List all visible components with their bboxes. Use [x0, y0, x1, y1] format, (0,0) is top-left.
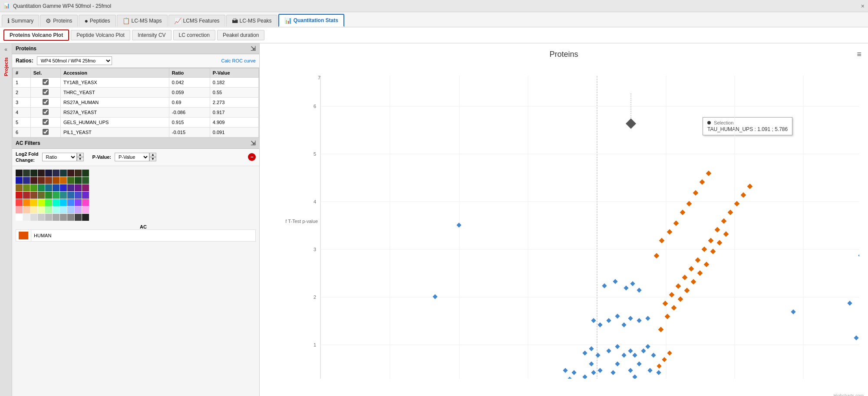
- color-swatch[interactable]: [45, 199, 52, 206]
- row-checkbox-cell[interactable]: [30, 78, 60, 88]
- color-swatch[interactable]: [67, 214, 74, 221]
- color-swatch[interactable]: [53, 214, 59, 221]
- row-checkbox-cell[interactable]: [30, 128, 60, 137]
- subtab-lc-correction[interactable]: LC correction: [173, 30, 215, 40]
- ratios-select[interactable]: WP4 50fmol / WP4 25fmo: [37, 56, 112, 65]
- tab-lcms-peaks[interactable]: 🏔 LC-MS Peaks: [226, 15, 277, 26]
- color-swatch[interactable]: [38, 206, 45, 213]
- color-swatch[interactable]: [45, 214, 52, 221]
- color-swatch[interactable]: [82, 192, 89, 199]
- row-checkbox-cell[interactable]: [30, 118, 60, 128]
- color-swatch[interactable]: [53, 206, 59, 213]
- proteins-collapse-btn[interactable]: ⇲: [251, 45, 256, 52]
- color-swatch[interactable]: [82, 170, 89, 177]
- color-swatch[interactable]: [67, 177, 74, 184]
- color-swatch[interactable]: [75, 206, 82, 213]
- tab-peptides[interactable]: ● Peptides: [79, 15, 116, 26]
- color-swatch[interactable]: [16, 206, 23, 213]
- row-checkbox[interactable]: [43, 99, 49, 105]
- color-swatch[interactable]: [75, 199, 82, 206]
- color-swatch[interactable]: [67, 192, 74, 199]
- color-swatch[interactable]: [38, 192, 45, 199]
- color-swatch[interactable]: [45, 192, 52, 199]
- tab-summary[interactable]: ℹ Summary: [2, 15, 39, 26]
- sidebar-projects-label[interactable]: Projects: [3, 57, 9, 76]
- ac-filters-collapse-btn[interactable]: ⇲: [251, 140, 256, 147]
- color-swatch[interactable]: [75, 214, 82, 221]
- pvalue-up-btn[interactable]: ▲: [149, 153, 156, 157]
- color-swatch[interactable]: [82, 214, 89, 221]
- subtab-peakel-duration[interactable]: Peakel duration: [217, 30, 264, 40]
- color-swatch[interactable]: [23, 214, 30, 221]
- color-swatch[interactable]: [45, 177, 52, 184]
- color-swatch[interactable]: [16, 192, 23, 199]
- color-swatch[interactable]: [23, 184, 30, 191]
- pvalue-filter-select[interactable]: P-Value: [115, 153, 149, 161]
- color-swatch[interactable]: [60, 199, 67, 206]
- color-swatch[interactable]: [30, 214, 37, 221]
- ac-color-swatch[interactable]: [19, 232, 28, 239]
- sidebar-toggle-btn[interactable]: «: [3, 45, 9, 54]
- row-checkbox[interactable]: [43, 109, 49, 115]
- pvalue-down-btn[interactable]: ▼: [149, 157, 156, 161]
- color-swatch[interactable]: [82, 199, 89, 206]
- color-swatch[interactable]: [82, 177, 89, 184]
- color-swatch[interactable]: [38, 177, 45, 184]
- color-swatch[interactable]: [53, 177, 59, 184]
- ratio-down-btn[interactable]: ▼: [77, 157, 84, 161]
- tab-lcms-features[interactable]: 📈 LCMS Features: [168, 15, 225, 26]
- color-swatch[interactable]: [30, 206, 37, 213]
- color-swatch[interactable]: [23, 206, 30, 213]
- remove-filter-btn[interactable]: −: [248, 153, 256, 161]
- close-button[interactable]: ×: [861, 3, 865, 10]
- color-swatch[interactable]: [30, 184, 37, 191]
- color-swatch[interactable]: [60, 192, 67, 199]
- ratio-up-btn[interactable]: ▲: [77, 153, 84, 157]
- tab-lcms-maps[interactable]: 📋 LC-MS Maps: [117, 15, 168, 26]
- color-swatch[interactable]: [16, 177, 23, 184]
- row-checkbox[interactable]: [43, 79, 49, 85]
- color-swatch[interactable]: [30, 170, 37, 177]
- color-swatch[interactable]: [67, 170, 74, 177]
- row-checkbox[interactable]: [43, 89, 49, 95]
- color-swatch[interactable]: [16, 170, 23, 177]
- subtab-proteins-volcano[interactable]: Proteins Volcano Plot: [3, 29, 69, 41]
- color-swatch[interactable]: [23, 177, 30, 184]
- color-swatch[interactable]: [67, 206, 74, 213]
- color-swatch[interactable]: [53, 184, 59, 191]
- color-swatch[interactable]: [38, 214, 45, 221]
- row-checkbox[interactable]: [43, 119, 49, 125]
- color-swatch[interactable]: [45, 170, 52, 177]
- row-checkbox-cell[interactable]: [30, 98, 60, 108]
- calc-roc-link[interactable]: Calc ROC curve: [221, 58, 256, 63]
- color-swatch[interactable]: [38, 199, 45, 206]
- color-swatch[interactable]: [30, 177, 37, 184]
- color-swatch[interactable]: [38, 170, 45, 177]
- subtab-intensity-cv[interactable]: Intensity CV: [132, 30, 172, 40]
- color-swatch[interactable]: [53, 199, 59, 206]
- color-swatch[interactable]: [23, 192, 30, 199]
- color-swatch[interactable]: [23, 170, 30, 177]
- color-swatch[interactable]: [67, 184, 74, 191]
- color-swatch[interactable]: [45, 206, 52, 213]
- color-swatch[interactable]: [60, 184, 67, 191]
- selected-data-point[interactable]: [626, 118, 636, 129]
- color-swatch[interactable]: [53, 170, 59, 177]
- color-swatch[interactable]: [60, 177, 67, 184]
- color-swatch[interactable]: [53, 192, 59, 199]
- color-swatch[interactable]: [60, 206, 67, 213]
- tab-quantitation-stats[interactable]: 📊 Quantitation Stats: [278, 14, 344, 27]
- color-swatch[interactable]: [82, 206, 89, 213]
- tab-proteins[interactable]: ⚙ Proteins: [40, 15, 78, 26]
- color-swatch[interactable]: [60, 170, 67, 177]
- color-swatch[interactable]: [16, 199, 23, 206]
- color-swatch[interactable]: [75, 177, 82, 184]
- color-swatch[interactable]: [75, 184, 82, 191]
- row-checkbox-cell[interactable]: [30, 108, 60, 118]
- subtab-peptide-volcano[interactable]: Peptide Volcano Plot: [71, 30, 130, 40]
- color-swatch[interactable]: [67, 199, 74, 206]
- color-swatch[interactable]: [30, 199, 37, 206]
- color-swatch[interactable]: [75, 170, 82, 177]
- color-swatch[interactable]: [45, 184, 52, 191]
- row-checkbox[interactable]: [43, 129, 49, 135]
